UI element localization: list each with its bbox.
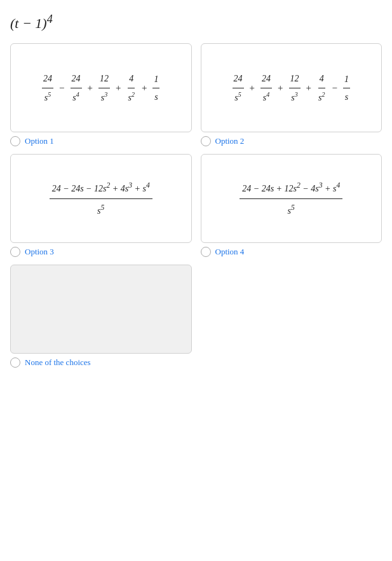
option4-wrapper: 24 − 24s + 12s2 − 4s3 + s4 s5 Option 4: [201, 154, 382, 257]
option1-label[interactable]: Option 1: [10, 136, 192, 146]
option5-radio[interactable]: [10, 357, 20, 368]
page-title: (t − 1)4: [10, 13, 382, 32]
option2-box[interactable]: 24 s5 + 24 s4 + 12 s3 + 4 s2 −: [201, 43, 382, 132]
option4-math: 24 − 24s + 12s2 − 4s3 + s4 s5: [240, 179, 342, 219]
options-grid: 24 s5 − 24 s4 + 12 s3 + 4 s2 +: [10, 43, 382, 257]
option4-radio[interactable]: [201, 247, 211, 257]
option1-wrapper: 24 s5 − 24 s4 + 12 s3 + 4 s2 +: [10, 43, 192, 146]
option2-math: 24 s5 + 24 s4 + 12 s3 + 4 s2 −: [231, 71, 351, 105]
option2-text: Option 2: [215, 136, 245, 146]
option1-math: 24 s5 − 24 s4 + 12 s3 + 4 s2 +: [41, 71, 161, 105]
option5-label[interactable]: None of the choices: [10, 357, 382, 368]
option4-box[interactable]: 24 − 24s + 12s2 − 4s3 + s4 s5: [201, 154, 382, 243]
option2-label[interactable]: Option 2: [201, 136, 382, 146]
option3-label[interactable]: Option 3: [10, 247, 192, 257]
option1-box[interactable]: 24 s5 − 24 s4 + 12 s3 + 4 s2 +: [10, 43, 192, 132]
option3-text: Option 3: [25, 247, 54, 257]
option3-radio[interactable]: [10, 247, 20, 257]
option2-wrapper: 24 s5 + 24 s4 + 12 s3 + 4 s2 −: [201, 43, 382, 146]
option1-radio[interactable]: [10, 136, 20, 146]
option3-wrapper: 24 − 24s − 12s2 + 4s3 + s4 s5 Option 3: [10, 154, 192, 257]
option5-box[interactable]: [10, 265, 192, 354]
option5-wrapper: None of the choices: [10, 265, 382, 368]
option3-box[interactable]: 24 − 24s − 12s2 + 4s3 + s4 s5: [10, 154, 192, 243]
option5-text: None of the choices: [25, 357, 91, 368]
option4-label[interactable]: Option 4: [201, 247, 382, 257]
option4-text: Option 4: [215, 247, 245, 257]
option2-radio[interactable]: [201, 136, 211, 146]
option3-math: 24 − 24s − 12s2 + 4s3 + s4 s5: [50, 179, 152, 219]
option1-text: Option 1: [25, 136, 54, 146]
